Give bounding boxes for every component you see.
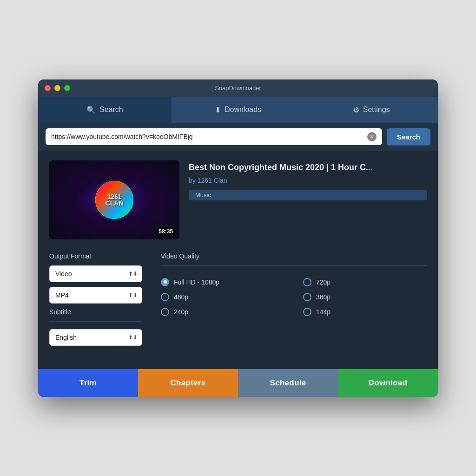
main-content: 1261 CLAN 58:35 Best Non Copyrighted Mus…: [38, 151, 438, 360]
radio-360p: [303, 293, 311, 301]
video-author: by 1261 Clan: [189, 177, 427, 184]
quality-divider: [161, 265, 427, 266]
quality-label-144p: 144p: [316, 308, 331, 316]
quality-option-1080p[interactable]: Full HD - 1080p: [161, 278, 284, 286]
subtitle-select-wrapper: English French Spanish German None ⬆⬇: [49, 329, 142, 346]
app-window: SnapDownloader 🔍 Search ⬇ Downloads ⚙ Se…: [38, 79, 438, 397]
logo-inner: 1261 CLAN: [95, 181, 133, 219]
subtitle-divider: [49, 321, 142, 322]
options-right: Video Quality Full HD - 1080p 720p 480p: [161, 252, 427, 350]
format-select[interactable]: Video Audio Subtitle Only: [49, 265, 142, 282]
clear-button[interactable]: ×: [367, 132, 377, 141]
radio-480p: [161, 293, 169, 301]
radio-144p: [303, 308, 311, 316]
search-bar: × Search: [38, 123, 438, 151]
url-input[interactable]: [51, 133, 364, 140]
thumbnail: 1261 CLAN 58:35: [49, 160, 179, 239]
options-left: Output Format Video Audio Subtitle Only …: [49, 252, 142, 350]
quality-label-720p: 720p: [316, 278, 331, 286]
quality-label: Video Quality: [161, 252, 427, 260]
downloads-tab-icon: ⬇: [215, 106, 221, 114]
download-button[interactable]: Download: [338, 369, 438, 397]
radio-240p: [161, 308, 169, 316]
logo-text-line2: CLAN: [106, 200, 124, 206]
trim-button[interactable]: Trim: [38, 369, 138, 397]
quality-option-144p[interactable]: 144p: [303, 308, 427, 316]
app-title: SnapDownloader: [215, 85, 261, 92]
window-controls: [45, 85, 70, 91]
video-info: 1261 CLAN 58:35 Best Non Copyrighted Mus…: [49, 160, 427, 239]
container-select[interactable]: MP4 MKV AVI MOV: [49, 287, 142, 304]
radio-720p: [303, 278, 311, 286]
quality-label-1080p: Full HD - 1080p: [174, 278, 219, 286]
duration-badge: 58:35: [156, 227, 176, 236]
subtitle-label: Subtitle: [49, 308, 142, 316]
video-title: Best Non Copyrighted Music 2020 | 1 Hour…: [189, 162, 427, 173]
search-tab-label: Search: [99, 106, 123, 114]
url-input-wrapper: ×: [46, 128, 382, 145]
search-tab-icon: 🔍: [86, 106, 96, 114]
quality-option-360p[interactable]: 360p: [303, 293, 427, 301]
downloads-tab-label: Downloads: [225, 106, 261, 114]
titlebar: SnapDownloader: [38, 79, 438, 97]
logo-circle: 1261 CLAN: [93, 179, 135, 221]
bottom-actions: Trim Chapters Schedule Download: [38, 369, 438, 397]
minimize-button[interactable]: [54, 85, 60, 91]
tab-search[interactable]: 🔍 Search: [38, 97, 172, 123]
close-button[interactable]: [45, 85, 51, 91]
quality-label-360p: 360p: [316, 293, 331, 301]
chapters-button[interactable]: Chapters: [138, 369, 238, 397]
subtitle-select[interactable]: English French Spanish German None: [49, 329, 142, 346]
container-select-wrapper: MP4 MKV AVI MOV ⬆⬇: [49, 287, 142, 304]
quality-label-240p: 240p: [174, 308, 188, 316]
output-format-label: Output Format: [49, 252, 142, 260]
format-select-wrapper: Video Audio Subtitle Only ⬆⬇: [49, 265, 142, 282]
quality-grid: Full HD - 1080p 720p 480p 360p: [161, 273, 427, 316]
maximize-button[interactable]: [64, 85, 70, 91]
settings-tab-icon: ⚙: [353, 106, 359, 114]
video-meta: Best Non Copyrighted Music 2020 | 1 Hour…: [189, 160, 427, 239]
options-row: Output Format Video Audio Subtitle Only …: [49, 252, 427, 350]
schedule-button[interactable]: Schedule: [238, 369, 338, 397]
settings-tab-label: Settings: [363, 106, 390, 114]
tab-downloads[interactable]: ⬇ Downloads: [172, 97, 305, 123]
radio-1080p: [161, 278, 169, 286]
video-tag: Music: [189, 190, 427, 200]
quality-option-720p[interactable]: 720p: [303, 278, 427, 286]
quality-option-240p[interactable]: 240p: [161, 308, 284, 316]
search-button[interactable]: Search: [387, 128, 430, 145]
quality-label-480p: 480p: [174, 293, 188, 301]
nav-tabs: 🔍 Search ⬇ Downloads ⚙ Settings: [38, 97, 438, 123]
quality-option-480p[interactable]: 480p: [161, 293, 284, 301]
tab-settings[interactable]: ⚙ Settings: [304, 97, 438, 123]
logo-text-line1: 1261: [107, 193, 121, 200]
